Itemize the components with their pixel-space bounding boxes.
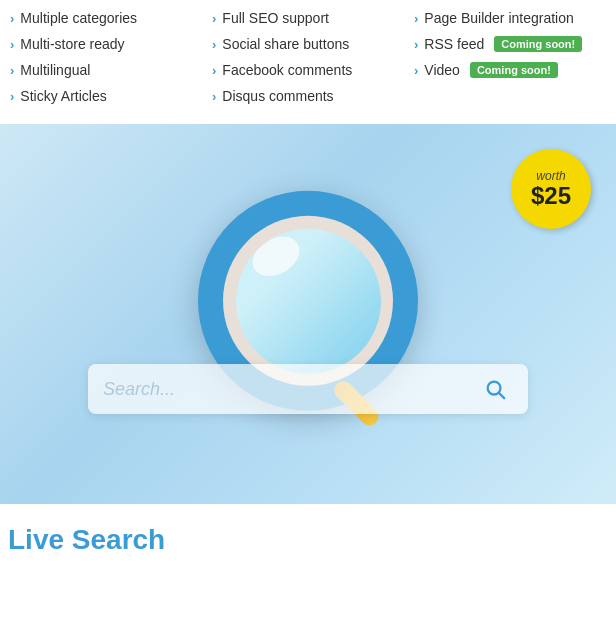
chevron-icon: › — [10, 37, 14, 52]
feature-label: Multiple categories — [20, 10, 137, 26]
magnifying-glass-ring — [223, 216, 393, 386]
feature-label: Multilingual — [20, 62, 90, 78]
worth-amount: $25 — [531, 183, 571, 209]
chevron-icon: › — [414, 63, 418, 78]
chevron-icon: › — [10, 63, 14, 78]
feature-label: Multi-store ready — [20, 36, 124, 52]
feature-facebook-comments: › Facebook comments — [212, 62, 404, 78]
magnifying-glass-lens — [236, 228, 381, 373]
chevron-icon: › — [212, 89, 216, 104]
magnifying-glass-shine — [245, 228, 306, 283]
feature-label: Disqus comments — [222, 88, 333, 104]
feature-label: Video — [424, 62, 460, 78]
feature-label: RSS feed — [424, 36, 484, 52]
feature-full-seo: › Full SEO support — [212, 10, 404, 26]
worth-text: worth — [536, 169, 565, 183]
feature-col-1: › Multiple categories › Multi-store read… — [10, 10, 202, 104]
chevron-icon: › — [212, 11, 216, 26]
search-bar[interactable]: Search... — [88, 364, 528, 414]
search-icon-button[interactable] — [477, 371, 513, 407]
chevron-icon: › — [212, 63, 216, 78]
chevron-icon: › — [414, 11, 418, 26]
coming-soon-badge-video: Coming soon! — [470, 62, 558, 78]
chevron-icon: › — [212, 37, 216, 52]
search-placeholder: Search... — [103, 379, 477, 400]
banner-section: worth $25 Search... — [0, 124, 616, 504]
feature-multiple-categories: › Multiple categories — [10, 10, 202, 26]
feature-label: Full SEO support — [222, 10, 329, 26]
feature-col-3: › Page Builder integration › RSS feed Co… — [414, 10, 606, 104]
feature-label: Sticky Articles — [20, 88, 106, 104]
search-icon — [484, 378, 506, 400]
feature-label: Page Builder integration — [424, 10, 573, 26]
feature-social-share: › Social share buttons — [212, 36, 404, 52]
feature-multistore: › Multi-store ready — [10, 36, 202, 52]
feature-label: Social share buttons — [222, 36, 349, 52]
live-search-title: Live Search — [0, 504, 616, 566]
features-grid: › Multiple categories › Multi-store read… — [0, 0, 616, 124]
svg-line-1 — [499, 393, 504, 398]
chevron-icon: › — [414, 37, 418, 52]
feature-page-builder: › Page Builder integration — [414, 10, 606, 26]
feature-sticky-articles: › Sticky Articles — [10, 88, 202, 104]
feature-rss-feed: › RSS feed Coming soon! — [414, 36, 606, 52]
feature-multilingual: › Multilingual — [10, 62, 202, 78]
feature-label: Facebook comments — [222, 62, 352, 78]
feature-video: › Video Coming soon! — [414, 62, 606, 78]
feature-col-2: › Full SEO support › Social share button… — [212, 10, 404, 104]
chevron-icon: › — [10, 89, 14, 104]
feature-disqus-comments: › Disqus comments — [212, 88, 404, 104]
worth-badge: worth $25 — [511, 149, 591, 229]
chevron-icon: › — [10, 11, 14, 26]
coming-soon-badge-rss: Coming soon! — [494, 36, 582, 52]
